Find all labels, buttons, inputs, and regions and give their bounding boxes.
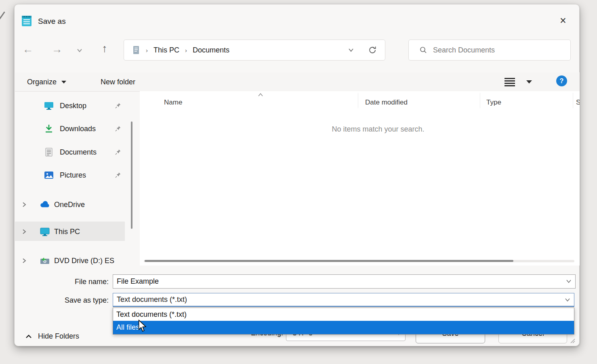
downloads-icon	[44, 124, 54, 134]
new-folder-label: New folder	[101, 78, 135, 86]
sidebar-item-downloads[interactable]: Downloads	[15, 119, 134, 138]
address-dropdown-chevron[interactable]	[348, 48, 354, 52]
sidebar-item-label: Documents	[60, 148, 97, 157]
recent-locations-chevron[interactable]	[76, 48, 83, 53]
up-button[interactable]: ↑	[98, 42, 111, 55]
column-divider	[573, 93, 573, 108]
organize-caret-icon	[61, 81, 66, 84]
hide-folders-label: Hide Folders	[38, 332, 79, 341]
sidebar-item-this-pc[interactable]: This PC	[15, 222, 134, 241]
breadcrumb-separator: ›	[146, 47, 148, 54]
save-as-type-dropdown: Text documents (*.txt) All files	[113, 308, 574, 335]
file-name-label: File name:	[39, 278, 109, 286]
address-bar[interactable]: › This PC › Documents	[124, 40, 385, 61]
new-folder-button[interactable]: New folder	[101, 76, 135, 88]
forward-button[interactable]: →	[50, 42, 64, 56]
refresh-icon[interactable]	[368, 46, 377, 54]
save-as-type-label: Save as type:	[39, 296, 109, 305]
pin-icon	[115, 172, 121, 178]
this-pc-icon	[40, 227, 50, 236]
close-button[interactable]: ×	[556, 13, 570, 28]
sidebar-item-label: OneDrive	[54, 201, 85, 209]
chevron-down-icon[interactable]	[565, 298, 570, 302]
sidebar-item-pictures[interactable]: Pictures	[15, 166, 134, 184]
save-as-type-value: Text documents (*.txt)	[117, 295, 187, 303]
chevron-right-icon[interactable]	[22, 228, 27, 235]
sidebar-item-label: Downloads	[60, 125, 96, 133]
column-divider	[358, 93, 358, 108]
column-divider	[480, 93, 480, 108]
notepad-icon	[21, 14, 32, 27]
sidebar-item-label: Desktop	[60, 102, 86, 110]
column-header-name[interactable]: Name	[164, 98, 182, 107]
sidebar-item-documents[interactable]: Documents	[15, 143, 134, 161]
chevron-up-icon	[25, 334, 32, 339]
file-name-input[interactable]	[113, 275, 575, 288]
save-as-type-combobox[interactable]: Text documents (*.txt)	[113, 293, 574, 307]
empty-list-message: No items match your search.	[293, 125, 463, 134]
column-header-size[interactable]: S	[576, 98, 580, 107]
chevron-down-icon[interactable]	[566, 279, 572, 283]
mouse-cursor	[136, 319, 148, 333]
breadcrumb-documents[interactable]: Documents	[193, 46, 229, 54]
file-name-combobox[interactable]	[113, 274, 576, 289]
pin-icon	[115, 126, 121, 132]
pictures-icon	[44, 170, 54, 180]
chevron-right-icon[interactable]	[22, 257, 27, 264]
column-header-type[interactable]: Type	[486, 98, 501, 107]
background-mark	[0, 12, 5, 25]
hide-folders-button[interactable]: Hide Folders	[25, 332, 79, 341]
organize-label: Organize	[27, 78, 57, 86]
horizontal-scrollbar-thumb[interactable]	[145, 260, 513, 262]
organize-button[interactable]: Organize	[27, 76, 66, 88]
save-as-dialog: Save as × ← → ↑ › This PC › Documents	[14, 4, 580, 346]
sort-ascending-icon	[258, 93, 263, 97]
dvd-drive-icon	[40, 256, 50, 266]
help-button[interactable]: ?	[556, 75, 567, 86]
sidebar-item-label: DVD Drive (D:) ES	[54, 257, 114, 265]
sidebar-item-label: This PC	[54, 228, 80, 236]
dropdown-option-text-documents[interactable]: Text documents (*.txt)	[113, 308, 574, 321]
view-options-caret-icon[interactable]	[526, 80, 532, 84]
sidebar-scrollbar[interactable]	[131, 121, 132, 229]
resize-grip[interactable]	[570, 338, 575, 343]
command-toolbar: Organize New folder ?	[15, 72, 580, 92]
column-header-date-modified[interactable]: Date modified	[365, 98, 408, 107]
pin-icon	[115, 149, 121, 155]
back-button[interactable]: ←	[21, 42, 35, 56]
window-title: Save as	[38, 17, 66, 26]
desktop-icon	[44, 101, 54, 111]
dropdown-option-all-files[interactable]: All files	[113, 321, 574, 334]
sidebar-item-dvd-drive[interactable]: DVD Drive (D:) ES	[15, 251, 134, 270]
pin-icon	[115, 103, 121, 109]
sidebar-item-onedrive[interactable]: OneDrive	[15, 195, 134, 214]
documents-icon	[44, 147, 54, 157]
breadcrumb-separator: ›	[185, 47, 187, 54]
search-box[interactable]	[408, 40, 571, 61]
search-icon	[419, 46, 427, 54]
sidebar-item-label: Pictures	[60, 171, 86, 180]
sidebar-item-desktop[interactable]: Desktop	[15, 96, 134, 115]
view-options-icon[interactable]	[505, 78, 515, 88]
search-input[interactable]	[433, 46, 570, 54]
file-list-panel: Name Date modified Type S No items match…	[140, 91, 580, 266]
breadcrumb-this-pc[interactable]: This PC	[153, 46, 179, 54]
onedrive-icon	[40, 200, 50, 209]
chevron-right-icon[interactable]	[22, 201, 27, 208]
location-doc-icon	[132, 46, 140, 54]
